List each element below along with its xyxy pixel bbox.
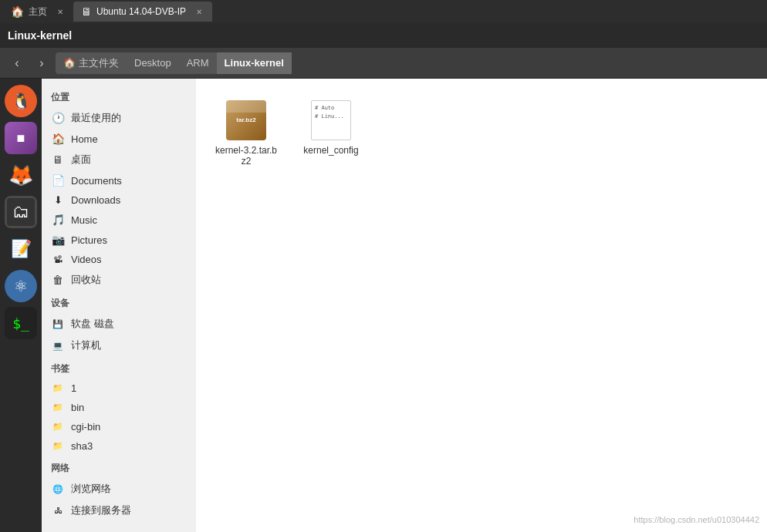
sidebar-item-trash[interactable]: 🗑 回收站 (42, 269, 196, 291)
videos-icon: 📽 (51, 254, 65, 265)
sidebar-item-connect-server-label: 连接到服务器 (71, 503, 131, 517)
sidebar-item-downloads[interactable]: ⬇ Downloads (42, 190, 196, 210)
network-icon: 🌐 (51, 484, 65, 494)
music-icon: 🎵 (51, 214, 65, 226)
ubuntu-tab-label: Ubuntu 14.04-DVB-IP (96, 6, 186, 17)
bookmark1-icon: 📁 (51, 383, 65, 393)
sidebar-item-floppy-label: 软盘 磁盘 (71, 317, 114, 331)
breadcrumb-home-icon: 🏠 (63, 57, 76, 69)
bookmark3-icon: 📁 (51, 422, 65, 432)
file-kernel-tar[interactable]: tar.bz2 kernel-3.2.tar.bz2 (211, 94, 281, 173)
sidebar-item-trash-label: 回收站 (71, 273, 101, 287)
breadcrumb-home-label: 主文件夹 (79, 56, 119, 70)
sidebar-item-connect-server[interactable]: 🖧 连接到服务器 (42, 500, 196, 521)
dock-firefox-icon: 🦊 (8, 163, 33, 187)
sidebar-item-documents[interactable]: 📄 Documents (42, 170, 196, 190)
server-icon: 🖧 (51, 506, 65, 515)
dock-editor-icon: 📝 (11, 239, 32, 259)
breadcrumb-desktop[interactable]: Desktop (127, 52, 179, 74)
pictures-icon: 📷 (51, 234, 65, 246)
dock-app1-icon: ■ (17, 130, 25, 146)
main-layout: 🐧 ■ 🦊 🗂 📝 ⚛ $_ 位置 🕐 最近使用的 🏠 Home (0, 79, 767, 532)
dock-files-icon: 🗂 (7, 198, 35, 226)
breadcrumb-arm-label: ARM (187, 57, 209, 69)
sidebar-item-browse-network[interactable]: 🌐 浏览网络 (42, 478, 196, 500)
sidebar-item-pictures-label: Pictures (71, 234, 107, 246)
dock-firefox[interactable]: 🦊 (5, 159, 37, 191)
dock-files[interactable]: 🗂 (5, 196, 37, 228)
bookmark2-icon: 📁 (51, 402, 65, 412)
bookmark4-icon: 📁 (51, 441, 65, 451)
sidebar-item-recent[interactable]: 🕐 最近使用的 (42, 107, 196, 129)
dock: 🐧 ■ 🦊 🗂 📝 ⚛ $_ (0, 79, 42, 532)
sidebar-item-computer[interactable]: 💻 计算机 (42, 335, 196, 356)
tar-file-icon: tar.bz2 (226, 100, 266, 140)
config-file-icon: # Auto# Linu... (311, 100, 351, 140)
dock-atom[interactable]: ⚛ (5, 270, 37, 302)
desktop-icon: 🖥 (51, 153, 65, 166)
home-tab-label: 主页 (29, 5, 47, 19)
sidebar-item-bin-label: bin (71, 402, 84, 413)
title-bar: Linux-kernel (0, 23, 767, 48)
documents-icon: 📄 (51, 174, 65, 187)
sidebar-item-music-label: Music (71, 214, 97, 226)
sidebar-item-desktop[interactable]: 🖥 桌面 (42, 149, 196, 170)
sidebar-item-floppy[interactable]: 💾 软盘 磁盘 (42, 313, 196, 335)
sidebar: 位置 🕐 最近使用的 🏠 Home 🖥 桌面 📄 Documents ⬇ Dow… (42, 79, 196, 532)
breadcrumb: 🏠 主文件夹 Desktop ARM Linux-kernel (56, 52, 292, 74)
sidebar-item-desktop-label: 桌面 (71, 153, 91, 167)
sidebar-item-downloads-label: Downloads (71, 194, 120, 206)
sidebar-section-network-title: 网络 (42, 456, 196, 478)
watermark: https://blog.csdn.net/u010304442 (634, 515, 759, 524)
sidebar-item-browse-network-label: 浏览网络 (71, 482, 111, 496)
tab-home[interactable]: 🏠 主页 ✕ (3, 2, 73, 22)
sidebar-item-cgi-bin-label: cgi-bin (71, 421, 100, 433)
tab-ubuntu[interactable]: 🖥 Ubuntu 14.04-DVB-IP ✕ (73, 2, 212, 22)
file-kernel-config[interactable]: # Auto# Linu... kernel_config (296, 94, 366, 173)
downloads-icon: ⬇ (51, 194, 65, 206)
home-tab-close[interactable]: ✕ (55, 6, 66, 17)
dock-terminal[interactable]: $_ (5, 307, 37, 339)
sidebar-item-bin[interactable]: 📁 bin (42, 398, 196, 417)
back-button[interactable]: ‹ (6, 52, 28, 74)
sidebar-item-documents-label: Documents (71, 175, 122, 187)
dock-editor[interactable]: 📝 (5, 233, 37, 265)
sidebar-item-music[interactable]: 🎵 Music (42, 210, 196, 230)
sidebar-item-recent-label: 最近使用的 (71, 111, 121, 125)
sidebar-item-videos-label: Videos (71, 254, 102, 265)
ubuntu-tab-icon: 🖥 (81, 5, 92, 18)
dock-ubuntu[interactable]: 🐧 (5, 85, 37, 117)
forward-button[interactable]: › (31, 52, 52, 74)
sidebar-item-videos[interactable]: 📽 Videos (42, 250, 196, 269)
sidebar-section-bookmarks-title: 书签 (42, 356, 196, 379)
breadcrumb-home[interactable]: 🏠 主文件夹 (56, 52, 127, 74)
file-kernel-tar-name: kernel-3.2.tar.bz2 (215, 145, 278, 167)
tab-bar: 🏠 主页 ✕ 🖥 Ubuntu 14.04-DVB-IP ✕ (0, 0, 767, 23)
computer-icon: 💻 (51, 341, 65, 351)
sidebar-item-home-label: Home (71, 133, 98, 145)
sidebar-section-devices-title: 设备 (42, 291, 196, 313)
content-area: tar.bz2 kernel-3.2.tar.bz2 # Auto# Linu.… (196, 79, 767, 532)
dock-terminal-icon: $_ (12, 315, 29, 332)
sidebar-item-bk1[interactable]: 📁 1 (42, 379, 196, 398)
sidebar-item-bk1-label: 1 (71, 382, 76, 394)
floppy-icon: 💾 (51, 319, 65, 329)
sidebar-item-sha3[interactable]: 📁 sha3 (42, 436, 196, 456)
sidebar-item-cgi-bin[interactable]: 📁 cgi-bin (42, 417, 196, 436)
home-icon: 🏠 (51, 133, 65, 145)
dock-atom-icon: ⚛ (14, 277, 28, 295)
sidebar-item-sha3-label: sha3 (71, 440, 93, 452)
sidebar-item-computer-label: 计算机 (71, 338, 101, 352)
sidebar-item-pictures[interactable]: 📷 Pictures (42, 230, 196, 250)
sidebar-section-places-title: 位置 (42, 85, 196, 107)
breadcrumb-arm[interactable]: ARM (179, 52, 217, 74)
dock-ubuntu-icon: 🐧 (12, 92, 31, 110)
dock-app1[interactable]: ■ (5, 122, 37, 154)
file-kernel-config-name: kernel_config (303, 145, 358, 156)
toolbar: ‹ › 🏠 主文件夹 Desktop ARM Linux-kernel (0, 48, 767, 79)
breadcrumb-linux-kernel-label: Linux-kernel (225, 57, 284, 69)
ubuntu-tab-close[interactable]: ✕ (194, 6, 204, 17)
sidebar-item-home[interactable]: 🏠 Home (42, 129, 196, 149)
breadcrumb-desktop-label: Desktop (134, 57, 171, 69)
breadcrumb-linux-kernel[interactable]: Linux-kernel (217, 52, 292, 74)
